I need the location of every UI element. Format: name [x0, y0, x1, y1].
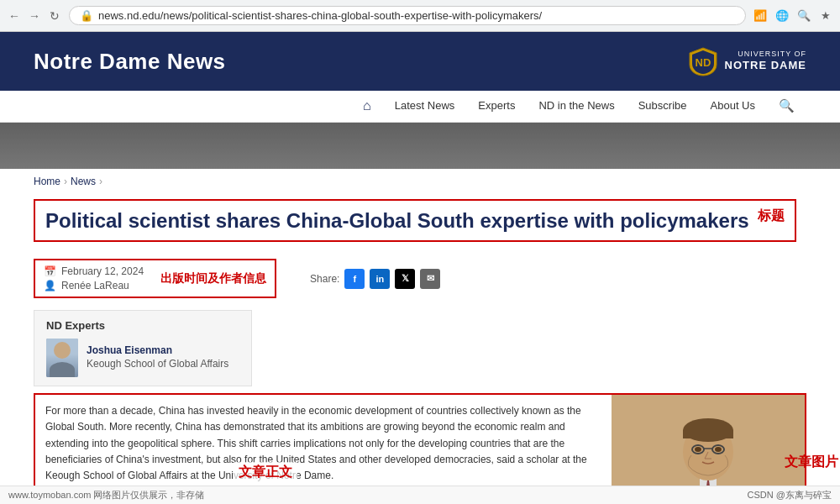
expert-name[interactable]: Joshua Eisenman	[87, 344, 228, 356]
calendar-icon: 📅	[44, 265, 56, 277]
expert-avatar	[46, 339, 78, 377]
experts-box: ND Experts Joshua Eisenman Keough School…	[34, 310, 252, 386]
share-facebook[interactable]: f	[344, 269, 365, 289]
bottom-right-text: CSDN @东离与碎宝	[748, 489, 832, 501]
university-of-label: UNIVERSITY OF	[725, 50, 806, 60]
share-linkedin[interactable]: in	[370, 269, 390, 289]
bottom-bar: www.toymoban.com 网络图片仅供展示，非存储 CSDN @东离与碎…	[0, 486, 840, 504]
nav-experts[interactable]: Experts	[466, 91, 527, 123]
notre-dame-label: NOTRE DAME	[725, 59, 806, 73]
nd-logo-text: UNIVERSITY OF NOTRE DAME	[725, 50, 806, 74]
article-title-text: Political scientist shares China-Global …	[45, 207, 749, 234]
nav-about-us[interactable]: About Us	[699, 91, 767, 123]
image-label-tag: 文章图片	[785, 454, 838, 471]
content-wrapper: Home › News › Political scientist shares…	[0, 169, 840, 504]
nd-logo: ND UNIVERSITY OF NOTRE DAME	[688, 46, 806, 76]
svg-rect-8	[683, 430, 733, 438]
expert-row: Joshua Eisenman Keough School of Global …	[46, 339, 239, 377]
meta-left: 📅 February 12, 2024 👤 Renée LaReau	[44, 265, 144, 291]
meta-date: 📅 February 12, 2024	[44, 265, 144, 277]
expert-school: Keough School of Global Affairs	[87, 358, 228, 371]
breadcrumb-sep2: ›	[99, 176, 102, 187]
bookmark-icon[interactable]: ★	[818, 8, 833, 24]
hero-area	[0, 123, 840, 169]
breadcrumb-news[interactable]: News	[71, 176, 96, 187]
share-twitter[interactable]: 𝕏	[395, 269, 415, 289]
breadcrumb-home[interactable]: Home	[34, 176, 60, 187]
forward-button[interactable]: →	[27, 8, 42, 24]
svg-point-12	[695, 447, 701, 452]
meta-label-tag: 出版时间及作者信息	[160, 271, 266, 286]
nav-latest-news[interactable]: Latest News	[383, 91, 467, 123]
expert-info: Joshua Eisenman Keough School of Global …	[87, 344, 228, 371]
article-author: Renée LaReau	[61, 280, 129, 291]
experts-title: ND Experts	[46, 319, 239, 332]
article-title: Political scientist shares China-Global …	[45, 207, 785, 234]
person-icon: 👤	[44, 280, 56, 291]
svg-text:ND: ND	[695, 56, 711, 69]
meta-box: 📅 February 12, 2024 👤 Renée LaReau 出版时间及…	[34, 259, 276, 298]
share-area: Share: f in 𝕏 ✉	[310, 269, 440, 289]
svg-point-13	[715, 447, 722, 452]
secure-icon: 🔒	[80, 9, 93, 22]
address-bar[interactable]: 🔒 news.nd.edu/news/political-scientist-s…	[69, 6, 746, 25]
article-text-label: 文章正文	[234, 462, 297, 483]
reload-button[interactable]: ↻	[47, 8, 62, 24]
zoom-icon[interactable]: 🔍	[796, 8, 811, 24]
article-paragraph1: For more than a decade, China has invest…	[45, 403, 601, 484]
nav-home[interactable]: ⌂	[351, 91, 383, 123]
browser-actions: 📶 🌐 🔍 ★	[753, 8, 833, 24]
article-title-box: Political scientist shares China-Global …	[34, 199, 796, 242]
browser-controls: ← → ↻	[7, 8, 62, 24]
meta-author: 👤 Renée LaReau	[44, 280, 144, 291]
site-title: Notre Dame News	[34, 49, 226, 75]
cast-icon[interactable]: 📶	[753, 8, 768, 24]
nav-bar: ⌂ Latest News Experts ND in the News Sub…	[0, 91, 840, 123]
nav-search[interactable]: 🔍	[767, 91, 806, 123]
hero-overlay	[0, 123, 840, 169]
meta-row: 📅 February 12, 2024 👤 Renée LaReau 出版时间及…	[34, 254, 806, 303]
nav-nd-in-news[interactable]: ND in the News	[527, 91, 626, 123]
browser-chrome: ← → ↻ 🔒 news.nd.edu/news/political-scien…	[0, 0, 840, 32]
back-button[interactable]: ←	[7, 8, 22, 24]
nd-shield-icon: ND	[688, 46, 718, 76]
bottom-left-text: www.toymoban.com 网络图片仅供展示，非存储	[8, 489, 204, 501]
share-label: Share:	[310, 273, 339, 285]
nav-subscribe[interactable]: Subscribe	[627, 91, 699, 123]
title-label-tag: 标题	[758, 207, 785, 225]
site-header: Notre Dame News ND UNIVERSITY OF NOTRE D…	[0, 32, 840, 91]
url-text: news.nd.edu/news/political-scientist-sha…	[98, 9, 542, 22]
translate-icon[interactable]: 🌐	[774, 8, 790, 24]
article-date: February 12, 2024	[61, 265, 144, 277]
breadcrumb-sep1: ›	[64, 176, 67, 187]
share-email[interactable]: ✉	[420, 269, 440, 289]
breadcrumb: Home › News ›	[34, 169, 806, 194]
